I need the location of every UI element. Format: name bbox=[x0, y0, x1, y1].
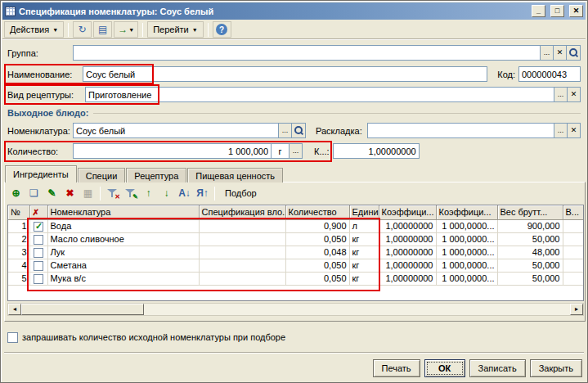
coef2-cell[interactable]: 1 000,0000... bbox=[436, 246, 497, 259]
group-input[interactable] bbox=[73, 45, 541, 61]
table-row[interactable]: 4 Сметана 0,050 кг 1,00000000 1 000,0000… bbox=[8, 259, 583, 272]
nomenclature-search-button[interactable] bbox=[291, 123, 306, 138]
specification-cell[interactable] bbox=[199, 246, 285, 259]
move-up-button[interactable]: ↑ bbox=[140, 185, 157, 201]
filter-settings-button[interactable]: ✎ bbox=[122, 185, 139, 201]
col-gross-weight[interactable]: Вес брутт... bbox=[497, 205, 563, 219]
group-select-button[interactable]: ... bbox=[540, 45, 554, 61]
reread-button[interactable]: ↻ bbox=[73, 21, 92, 38]
actions-button[interactable]: Действия ▼ bbox=[4, 21, 64, 38]
navigate-button[interactable]: Перейти ▼ bbox=[147, 21, 204, 38]
layout-select-button[interactable]: ... bbox=[554, 123, 568, 138]
tab-nutrition[interactable]: Пищевая ценность bbox=[187, 168, 283, 182]
close-form-button[interactable]: Закрыть bbox=[530, 359, 582, 377]
quantity-cell[interactable]: 0,050 bbox=[285, 259, 349, 272]
prompt-quantity-checkbox[interactable] bbox=[7, 332, 18, 343]
coef1-cell[interactable]: 1,00000000 bbox=[379, 219, 436, 232]
row-checkbox[interactable] bbox=[34, 248, 43, 258]
col-flag[interactable]: ✗ bbox=[29, 205, 47, 219]
quantity-input[interactable] bbox=[73, 143, 272, 159]
coef2-cell[interactable]: 1 000,0000... bbox=[436, 219, 497, 232]
write-button[interactable]: Записать bbox=[469, 359, 526, 377]
col-nomenclature[interactable]: Номенклатура bbox=[47, 205, 199, 219]
coef1-cell[interactable]: 1,00000000 bbox=[379, 232, 436, 246]
tab-spices[interactable]: Специи bbox=[78, 168, 126, 182]
save-record-button[interactable]: ▤ bbox=[93, 21, 112, 38]
row-flag-cell[interactable] bbox=[29, 232, 47, 246]
net-weight-cell[interactable] bbox=[563, 272, 583, 285]
coef2-cell[interactable]: 1 000,0000... bbox=[436, 259, 497, 272]
row-checkbox[interactable] bbox=[34, 274, 43, 284]
quantity-cell[interactable]: 0,900 bbox=[285, 219, 349, 232]
add-row-button[interactable]: ⊕ bbox=[7, 185, 25, 201]
row-checkbox[interactable] bbox=[34, 222, 43, 232]
ok-button[interactable]: ОК bbox=[424, 359, 465, 377]
gross-weight-cell[interactable]: 50,000 bbox=[497, 272, 563, 285]
move-down-button[interactable]: ↓ bbox=[158, 185, 175, 201]
col-unit[interactable]: Едини... bbox=[349, 205, 379, 219]
nomenclature-cell[interactable]: Мука в/с bbox=[47, 272, 199, 285]
row-flag-cell[interactable] bbox=[29, 259, 47, 272]
nomenclature-cell[interactable]: Лук bbox=[47, 246, 199, 259]
row-flag-cell[interactable] bbox=[29, 246, 47, 259]
table-row[interactable]: 1 Вода 0,900 л 1,00000000 1 000,0000... … bbox=[8, 219, 583, 232]
unit-select-button[interactable]: ... bbox=[289, 143, 303, 159]
coef2-cell[interactable]: 1 000,0000... bbox=[436, 272, 497, 285]
pick-button[interactable]: Подбор bbox=[218, 185, 263, 201]
unit-cell[interactable]: кг bbox=[349, 259, 379, 272]
row-flag-cell[interactable] bbox=[29, 219, 47, 232]
layout-clear-button[interactable]: ✕ bbox=[567, 123, 581, 138]
minimize-button[interactable]: _ bbox=[532, 5, 545, 17]
name-input[interactable] bbox=[83, 66, 487, 82]
gross-weight-cell[interactable]: 50,000 bbox=[497, 232, 563, 246]
recipe-kind-select-button[interactable]: ... bbox=[554, 87, 568, 102]
end-edit-button[interactable]: ▦ bbox=[79, 185, 97, 201]
specification-cell[interactable] bbox=[199, 219, 285, 232]
close-button[interactable]: ✕ bbox=[569, 5, 583, 17]
quantity-cell[interactable]: 0,048 bbox=[285, 246, 349, 259]
row-checkbox[interactable] bbox=[34, 261, 43, 271]
quantity-cell[interactable]: 0,050 bbox=[285, 272, 349, 285]
nomenclature-select-button[interactable]: ... bbox=[278, 123, 292, 138]
row-flag-cell[interactable] bbox=[29, 272, 47, 285]
coef1-cell[interactable]: 1,00000000 bbox=[379, 259, 436, 272]
horizontal-scrollbar[interactable]: ◂ ▸ bbox=[7, 303, 584, 316]
nomenclature-cell[interactable]: Вода bbox=[47, 219, 199, 232]
scroll-right-button[interactable]: ▸ bbox=[570, 304, 583, 315]
nomenclature-cell[interactable]: Масло сливочное bbox=[47, 232, 199, 246]
col-net-weight[interactable]: В... bbox=[563, 205, 583, 219]
code-input[interactable] bbox=[518, 66, 581, 82]
col-specification[interactable]: Спецификация вло... bbox=[199, 205, 285, 219]
go-to-button[interactable]: → ▼ bbox=[114, 21, 138, 38]
unit-cell[interactable]: кг bbox=[349, 246, 379, 259]
net-weight-cell[interactable] bbox=[563, 232, 583, 246]
print-button[interactable]: Печать bbox=[373, 359, 420, 377]
maximize-button[interactable]: □ bbox=[550, 5, 564, 17]
group-search-button[interactable] bbox=[566, 45, 581, 61]
recipe-kind-input[interactable] bbox=[85, 87, 554, 102]
net-weight-cell[interactable] bbox=[563, 246, 583, 259]
gross-weight-cell[interactable]: 48,000 bbox=[497, 246, 563, 259]
scroll-left-button[interactable]: ◂ bbox=[8, 304, 21, 315]
delete-row-button[interactable]: ✖ bbox=[61, 185, 79, 201]
col-quantity[interactable]: Количество bbox=[285, 205, 349, 219]
specification-cell[interactable] bbox=[199, 259, 285, 272]
scrollbar-thumb[interactable] bbox=[21, 304, 144, 315]
unit-input[interactable] bbox=[271, 143, 290, 159]
quantity-cell[interactable]: 0,050 bbox=[285, 232, 349, 246]
coef2-cell[interactable]: 1 000,0000... bbox=[436, 232, 497, 246]
net-weight-cell[interactable] bbox=[563, 219, 583, 232]
net-weight-cell[interactable] bbox=[563, 259, 583, 272]
group-clear-button[interactable]: ✕ bbox=[553, 45, 567, 61]
table-row[interactable]: 2 Масло сливочное 0,050 кг 1,00000000 1 … bbox=[8, 232, 583, 246]
coefficient-input[interactable] bbox=[333, 143, 420, 159]
copy-row-button[interactable]: ❏ bbox=[25, 185, 43, 201]
unit-cell[interactable]: кг bbox=[349, 232, 379, 246]
gross-weight-cell[interactable]: 50,000 bbox=[497, 259, 563, 272]
coef1-cell[interactable]: 1,00000000 bbox=[379, 246, 436, 259]
recipe-kind-clear-button[interactable]: ✕ bbox=[567, 87, 581, 102]
col-number[interactable]: № bbox=[8, 205, 29, 219]
gross-weight-cell[interactable]: 900,000 bbox=[497, 219, 563, 232]
filter-off-button[interactable]: ✕ bbox=[104, 185, 121, 201]
coef1-cell[interactable]: 1,00000000 bbox=[379, 272, 436, 285]
